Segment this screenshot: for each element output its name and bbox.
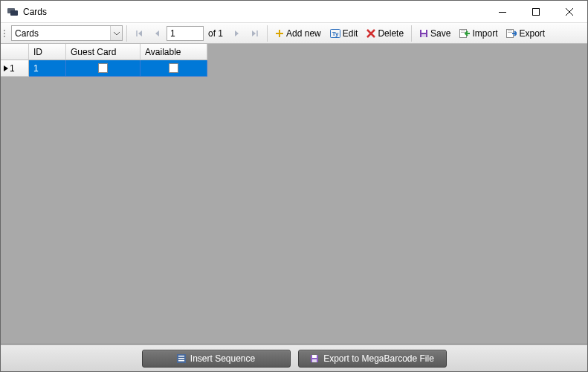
svg-rect-13 <box>508 31 512 31</box>
svg-rect-20 <box>312 355 317 358</box>
svg-rect-7 <box>421 30 426 33</box>
row-selector-header[interactable] <box>1 44 29 60</box>
edit-icon: Ty <box>330 29 340 38</box>
svg-rect-10 <box>461 31 465 31</box>
svg-rect-16 <box>178 356 184 357</box>
toolbar-grip <box>4 26 8 41</box>
add-new-label: Add new <box>286 28 321 39</box>
export-megabarcode-label: Export to MegaBarcode File <box>323 353 434 364</box>
svg-text:Ty: Ty <box>332 31 338 37</box>
save-file-icon <box>310 354 319 363</box>
insert-sequence-button[interactable]: Insert Sequence <box>142 350 291 368</box>
delete-label: Delete <box>378 28 404 39</box>
svg-rect-8 <box>421 34 426 37</box>
checkbox-unchecked-icon <box>169 63 178 73</box>
delete-x-icon <box>366 29 375 38</box>
export-icon <box>506 29 517 38</box>
page-number-input[interactable] <box>167 26 204 41</box>
data-grid-area[interactable]: ID Guest Card Available 1 1 <box>1 44 587 344</box>
window-title: Cards <box>23 7 485 17</box>
list-icon <box>177 354 186 363</box>
prev-page-button[interactable] <box>149 25 165 42</box>
current-row-indicator-icon <box>4 65 8 71</box>
bottom-toolbar: Insert Sequence Export to MegaBarcode Fi… <box>1 344 587 371</box>
save-icon <box>419 29 428 38</box>
row-header[interactable]: 1 <box>1 60 29 77</box>
delete-button[interactable]: Delete <box>363 25 407 42</box>
svg-rect-21 <box>312 359 317 362</box>
import-button[interactable]: Import <box>456 25 501 42</box>
cell-guest-card[interactable] <box>66 60 140 77</box>
table-selector-combo[interactable]: Cards <box>11 25 123 41</box>
data-grid: ID Guest Card Available 1 1 <box>1 44 587 77</box>
separator <box>267 25 268 42</box>
export-button[interactable]: Export <box>503 25 549 42</box>
app-icon <box>7 6 19 18</box>
toolbar: Cards of 1 Add new Ty Edit Delete <box>1 23 587 44</box>
export-megabarcode-button[interactable]: Export to MegaBarcode File <box>298 350 447 368</box>
edit-button[interactable]: Ty Edit <box>326 25 362 42</box>
close-button[interactable] <box>552 1 586 22</box>
column-header-id[interactable]: ID <box>29 44 66 60</box>
svg-rect-14 <box>508 32 512 33</box>
save-label: Save <box>430 28 450 39</box>
chevron-down-icon <box>110 26 122 40</box>
svg-rect-2 <box>499 12 506 13</box>
edit-label: Edit <box>343 28 358 39</box>
import-label: Import <box>472 28 497 39</box>
checkbox-unchecked-icon <box>98 63 108 73</box>
plus-icon <box>275 29 284 38</box>
title-bar: Cards <box>1 1 587 23</box>
separator <box>126 25 127 42</box>
maximize-button[interactable] <box>519 1 552 22</box>
add-new-button[interactable]: Add new <box>271 25 325 42</box>
svg-rect-17 <box>178 358 184 359</box>
last-page-button[interactable] <box>247 25 263 42</box>
next-page-button[interactable] <box>229 25 245 42</box>
cell-id[interactable]: 1 <box>29 60 66 77</box>
combo-value: Cards <box>15 28 39 39</box>
import-icon <box>459 29 470 38</box>
svg-rect-1 <box>10 10 18 16</box>
save-button[interactable]: Save <box>416 25 454 42</box>
export-label: Export <box>519 28 545 39</box>
svg-rect-3 <box>532 8 539 15</box>
column-header-guest-card[interactable]: Guest Card <box>66 44 140 60</box>
column-header-available[interactable]: Available <box>140 44 207 60</box>
svg-rect-18 <box>178 360 184 362</box>
cell-available[interactable] <box>140 60 207 77</box>
svg-rect-11 <box>461 32 465 33</box>
separator <box>411 25 412 42</box>
insert-sequence-label: Insert Sequence <box>190 353 255 364</box>
minimize-button[interactable] <box>485 1 519 22</box>
first-page-button[interactable] <box>131 25 147 42</box>
page-count-label: of 1 <box>208 28 223 39</box>
row-number: 1 <box>10 63 15 74</box>
